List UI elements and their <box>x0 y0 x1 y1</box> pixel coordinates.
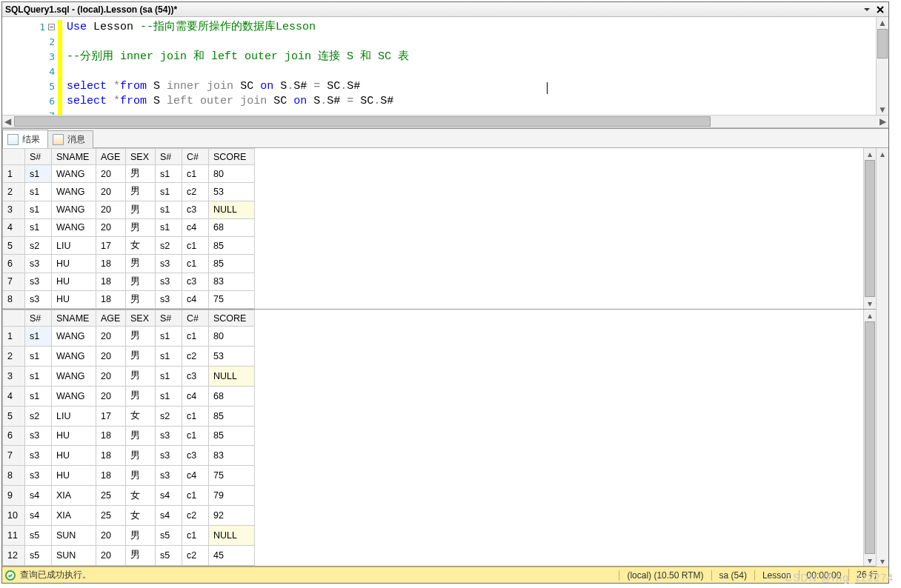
cell[interactable]: 20 <box>96 526 126 546</box>
cell[interactable]: c2 <box>182 183 209 201</box>
cell[interactable]: s2 <box>25 406 52 426</box>
cell[interactable]: s3 <box>25 273 52 290</box>
cell[interactable]: s4 <box>156 486 182 506</box>
row-number[interactable]: 3 <box>3 201 25 218</box>
cell[interactable]: s1 <box>25 327 52 347</box>
close-icon[interactable] <box>875 4 885 15</box>
cell[interactable]: s3 <box>25 446 52 466</box>
cell[interactable]: 20 <box>96 327 126 347</box>
cell[interactable]: XIA <box>52 486 96 506</box>
table-row[interactable]: 2s1WANG20男s1c253 <box>3 346 255 366</box>
scrollbar-thumb[interactable] <box>865 160 875 297</box>
cell[interactable]: s4 <box>25 506 52 526</box>
cell[interactable]: 53 <box>209 346 255 366</box>
table-row[interactable]: 6s3HU18男s3c185 <box>3 426 255 446</box>
table-row[interactable]: 7s3HU18男s3c383 <box>3 273 255 290</box>
col-header[interactable]: SEX <box>126 310 156 327</box>
scroll-down-icon[interactable]: ▾ <box>864 298 876 309</box>
scroll-down-icon[interactable]: ▼ <box>877 104 888 115</box>
col-header[interactable]: AGE <box>96 149 126 165</box>
cell[interactable]: 男 <box>126 545 156 565</box>
cell[interactable]: s1 <box>156 218 182 236</box>
row-number[interactable]: 11 <box>3 526 25 546</box>
cell[interactable]: HU <box>52 290 96 308</box>
cell[interactable]: s2 <box>25 237 52 255</box>
cell[interactable]: 男 <box>126 255 156 273</box>
table-row[interactable]: 5s2LIU17女s2c185 <box>3 237 255 255</box>
cell[interactable]: 男 <box>126 201 156 218</box>
cell[interactable]: 18 <box>96 466 126 486</box>
cell[interactable]: 20 <box>96 201 126 218</box>
fold-icon[interactable] <box>48 24 55 30</box>
cell[interactable]: c1 <box>182 165 209 183</box>
cell[interactable]: HU <box>52 426 96 446</box>
cell[interactable]: c4 <box>182 290 209 308</box>
cell[interactable]: 20 <box>96 366 126 386</box>
cell[interactable]: s3 <box>156 273 182 290</box>
cell[interactable]: 79 <box>209 486 255 506</box>
cell[interactable]: 75 <box>209 466 255 486</box>
cell[interactable]: c3 <box>182 201 209 218</box>
cell[interactable]: s1 <box>25 165 52 183</box>
cell[interactable]: 男 <box>126 446 156 466</box>
col-header[interactable]: S# <box>25 149 52 165</box>
grid-table-1[interactable]: S# SNAME AGE SEX S# C# SCORE 1s1WANG20男s… <box>2 148 255 309</box>
cell[interactable]: 男 <box>126 183 156 201</box>
scroll-down-icon[interactable]: ▾ <box>864 555 876 566</box>
cell[interactable]: 18 <box>96 446 126 466</box>
cell[interactable]: s3 <box>25 466 52 486</box>
cell[interactable]: 男 <box>126 218 156 236</box>
row-number[interactable]: 6 <box>3 255 25 273</box>
cell[interactable]: 83 <box>209 273 255 290</box>
cell[interactable]: 男 <box>126 346 156 366</box>
table-row[interactable]: 10s4XIA25女s4c292 <box>3 506 255 526</box>
cell[interactable]: 18 <box>96 426 126 446</box>
table-row[interactable]: 5s2LIU17女s2c185 <box>3 406 255 426</box>
row-number[interactable]: 9 <box>3 486 25 506</box>
cell[interactable]: 83 <box>209 446 255 466</box>
cell[interactable]: LIU <box>52 406 96 426</box>
cell[interactable]: 18 <box>96 255 126 273</box>
rownum-header[interactable] <box>3 149 25 165</box>
cell[interactable]: NULL <box>209 366 255 386</box>
table-row[interactable]: 12s5SUN20男s5c245 <box>3 545 255 565</box>
cell[interactable]: WANG <box>52 218 96 236</box>
row-number[interactable]: 8 <box>3 466 25 486</box>
cell[interactable]: 20 <box>96 218 126 236</box>
cell[interactable]: 18 <box>96 273 126 290</box>
cell[interactable]: 女 <box>126 486 156 506</box>
cell[interactable]: c2 <box>182 346 209 366</box>
table-row[interactable]: 8s3HU18男s3c475 <box>3 290 255 308</box>
editor-vertical-scrollbar[interactable]: ▲ ▼ <box>876 17 888 115</box>
cell[interactable]: s3 <box>156 290 182 308</box>
cell[interactable]: c1 <box>182 426 209 446</box>
cell[interactable]: s3 <box>25 290 52 308</box>
results-outer-scrollbar[interactable]: ▴ ▾ <box>876 148 888 567</box>
cell[interactable]: 75 <box>209 290 255 308</box>
cell[interactable]: s3 <box>156 255 182 273</box>
grid1-vertical-scrollbar[interactable]: ▴ ▾ <box>863 148 876 309</box>
grid2-vertical-scrollbar[interactable]: ▴ ▾ <box>863 310 876 566</box>
cell[interactable]: c2 <box>182 545 209 565</box>
cell[interactable]: 20 <box>96 165 126 183</box>
editor-horizontal-scrollbar[interactable]: ◀ ▶ <box>2 115 888 127</box>
cell[interactable]: WANG <box>52 366 96 386</box>
cell[interactable]: 男 <box>126 165 156 183</box>
cell[interactable]: s1 <box>25 183 52 201</box>
cell[interactable]: s1 <box>156 201 182 218</box>
col-header[interactable]: AGE <box>96 310 126 327</box>
cell[interactable]: s1 <box>25 366 52 386</box>
cell[interactable]: 女 <box>126 237 156 255</box>
cell[interactable]: c4 <box>182 466 209 486</box>
row-number[interactable]: 8 <box>3 290 25 308</box>
cell[interactable]: 女 <box>126 406 156 426</box>
cell[interactable]: s3 <box>25 255 52 273</box>
cell[interactable]: 男 <box>126 526 156 546</box>
cell[interactable]: s1 <box>25 346 52 366</box>
scroll-up-icon[interactable]: ▲ <box>877 17 888 28</box>
scroll-left-icon[interactable]: ◀ <box>2 116 13 127</box>
cell[interactable]: s1 <box>25 218 52 236</box>
row-number[interactable]: 2 <box>3 183 25 201</box>
table-row[interactable]: 4s1WANG20男s1c468 <box>3 386 255 406</box>
row-number[interactable]: 1 <box>3 165 25 183</box>
